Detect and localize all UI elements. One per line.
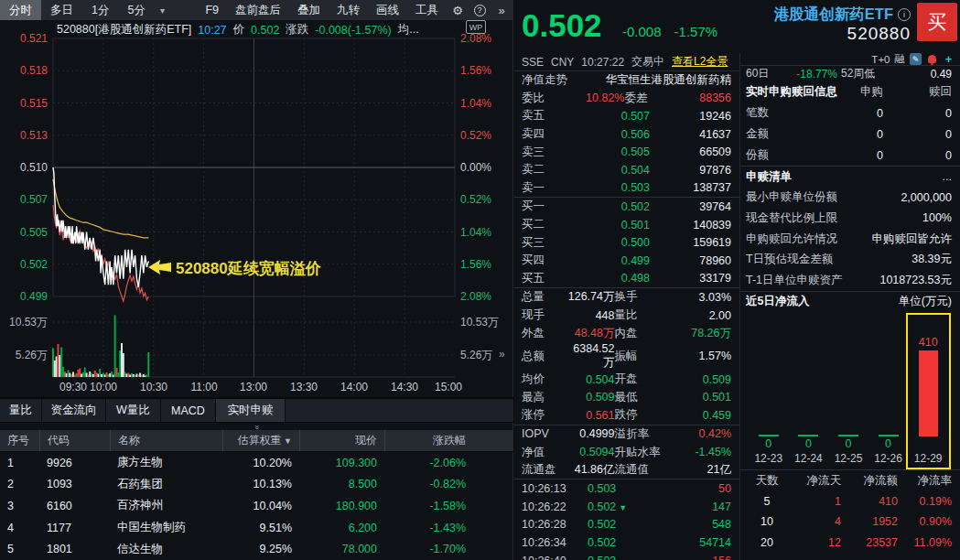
tick-row: 10:26:280.502548 [514, 516, 739, 534]
redeem-row: T-1日单位申赎资产1018723.53元 [740, 270, 960, 291]
holdings-col-header[interactable]: 现价 [299, 430, 384, 451]
ask-row[interactable]: 卖五0.50719246 [514, 107, 739, 125]
l2-link[interactable]: 查看L2全景 [672, 54, 728, 70]
toolbar-item[interactable]: 九转 [329, 0, 368, 20]
holdings-col-header[interactable]: 代码 [39, 430, 110, 451]
tick-volume: 147 [660, 501, 732, 513]
bid-row[interactable]: 买五0.49833179 [514, 270, 739, 288]
svg-text:1.04%: 1.04% [460, 97, 491, 110]
security-name: 港股通创新药ETF [774, 5, 893, 25]
holdings-col-header[interactable]: 序号 [0, 430, 39, 451]
info-icon[interactable]: i [898, 8, 911, 21]
up-arrow-icon: ▲ [619, 557, 627, 560]
more-icon[interactable]: » [491, 0, 512, 20]
panel-tab[interactable]: MACD [161, 399, 216, 422]
subscribe-row: 金额00 [740, 124, 960, 145]
svg-text:0.52%: 0.52% [460, 129, 491, 142]
toolbar-tab[interactable]: 1分 [82, 0, 118, 20]
table-row[interactable]: 19926康方生物10.20%109.300-2.06% [0, 452, 513, 474]
panel-tab[interactable]: W量比 [106, 399, 161, 422]
toolbar-item[interactable]: F9 [197, 0, 227, 20]
flow-slot: 012-26 [868, 312, 909, 469]
quote-panel: SSE CNY 10:27:22 交易中 查看L2全景 净值走势华宝恒生港股通创… [514, 53, 739, 560]
collapse-notch[interactable]: » [0, 424, 513, 430]
gear-icon[interactable]: ⚙ [447, 0, 469, 20]
redeem-row: T日预估现金差额38.39元 [740, 249, 960, 270]
cell: 3 [0, 500, 39, 512]
table-row[interactable]: 36160百济神州10.04%180.900-1.58% [0, 495, 513, 517]
price-change: -0.008 -1.57% [622, 24, 717, 39]
plus-icon[interactable]: + [943, 53, 955, 65]
bell-icon[interactable] [926, 53, 938, 65]
holdings-col-header[interactable]: 涨跌幅 [384, 430, 513, 451]
svg-text:13:30: 13:30 [290, 381, 318, 393]
redeem-row: 最小申赎单位份额2,000,000 [740, 188, 960, 209]
pencil-icon[interactable]: ✎ [910, 53, 922, 65]
svg-text:1.04%: 1.04% [460, 226, 491, 239]
stat-row: 最高0.509最低0.501 [514, 389, 739, 407]
holdings-col-header[interactable]: 名称 [110, 430, 222, 451]
holdings-col-header[interactable]: 估算权重 ▼ [222, 430, 299, 451]
svg-text:0.499: 0.499 [20, 290, 48, 303]
svg-text:1.56%: 1.56% [460, 64, 491, 77]
trading-app: 分时多日1分5分▾F9盘前盘后叠加九转画线工具⚙?» 520880[港股通创新药… [0, 0, 960, 560]
toolbar-tab[interactable]: 多日 [41, 0, 82, 20]
chevron-collapse-icon[interactable]: » [254, 425, 259, 429]
range-label-60d: 60日 [746, 66, 777, 81]
toolbar-tab[interactable]: 分时 [0, 0, 41, 20]
sort-desc-icon[interactable]: ▼ [282, 436, 292, 446]
redeem-more[interactable]: ... [943, 170, 952, 183]
range-label-52w: 52周低 [837, 66, 894, 81]
bid-row[interactable]: 买三0.500159619 [514, 233, 739, 252]
ask-row[interactable]: 卖三0.50566509 [514, 143, 739, 161]
svg-text:0.52%: 0.52% [460, 193, 491, 206]
holdings-header: 序号代码名称估算权重 ▼现价涨跌幅 [0, 430, 513, 452]
ask-row[interactable]: 卖四0.50641637 [514, 125, 739, 144]
bid-row[interactable]: 买四0.49978960 [514, 252, 739, 270]
toolbar-item[interactable]: 叠加 [289, 0, 329, 20]
table-row[interactable]: 41177中国生物制药9.51%6.200-1.43% [0, 517, 513, 539]
market-status-row: SSE CNY 10:27:22 交易中 查看L2全景 [514, 53, 739, 71]
cell: 石药集团 [110, 477, 222, 492]
panel-tab[interactable]: 资金流向 [42, 399, 106, 422]
flow-value: 410 [919, 336, 938, 349]
chart-annotation: 520880延续宽幅溢价 [148, 260, 322, 277]
toolbar-tab[interactable]: 5分 [118, 0, 154, 20]
svg-text:0.507: 0.507 [20, 193, 48, 206]
help-icon[interactable]: ? [469, 0, 491, 20]
toolbar-item[interactable]: 画线 [368, 0, 407, 20]
stat-row: 流通盘41.86亿流通值21亿 [514, 461, 739, 479]
tick-volume: 50 [660, 482, 732, 495]
t0-row: T+0 融 ✎ + [740, 53, 960, 66]
flow-table-row: 514100.19% [740, 491, 960, 512]
toolbar-item[interactable]: 工具 [407, 0, 447, 20]
panel-tab[interactable]: 实时申赎 [216, 399, 286, 422]
range-value-52w: 0.49 [894, 68, 952, 81]
cell: 10.04% [222, 500, 299, 512]
axis-more-icon[interactable]: » [499, 348, 505, 361]
cell: 6160 [39, 500, 110, 512]
svg-text:2.08%: 2.08% [460, 32, 491, 45]
bid-row[interactable]: 买二0.501140839 [514, 216, 739, 234]
minute-chart[interactable]: 0.5210.5180.5150.5130.5100.5070.5050.502… [0, 35, 513, 395]
flow-table-row: 20122353711.09% [740, 533, 960, 554]
tick-volume: 156 [660, 555, 732, 560]
ask-row[interactable]: 卖二0.50497876 [514, 161, 739, 179]
flow-header: 近5日净流入单位(万元) [740, 292, 960, 312]
flow-value: 0 [885, 436, 891, 452]
dropdown-caret-icon[interactable]: ▾ [155, 0, 170, 20]
cell: 1177 [39, 522, 110, 534]
flow-chart: 012-23012-24012-25012-2641012-29 [740, 312, 960, 469]
cell: 180.900 [299, 500, 384, 512]
table-row[interactable]: 21093石药集团10.13%8.500-0.82% [0, 474, 513, 496]
toolbar-item[interactable]: 盘前盘后 [227, 0, 289, 20]
tick-volume: 548 [660, 518, 732, 531]
flow-slot: 012-24 [789, 312, 829, 469]
change-percent: -1.57% [674, 24, 718, 39]
bid-row[interactable]: 买一0.50239764 [514, 198, 739, 216]
table-row[interactable]: 51801信达生物9.25%78.000-1.70% [0, 538, 513, 560]
stat-row: 均价0.504开盘0.509 [514, 371, 739, 389]
panel-tab[interactable]: 量比 [0, 399, 42, 422]
buy-button[interactable]: 买 [917, 3, 957, 41]
ask-row[interactable]: 卖一0.503138737 [514, 179, 739, 198]
